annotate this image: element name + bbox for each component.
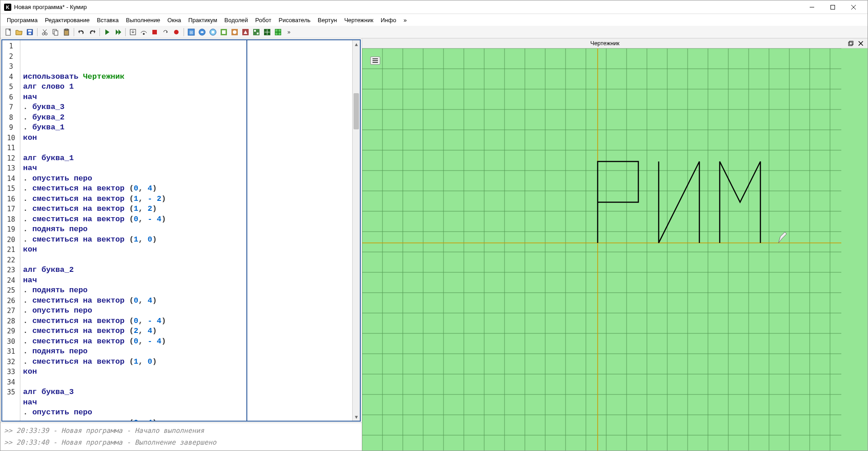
actor7-icon[interactable] <box>251 27 261 37</box>
run-icon[interactable] <box>102 27 112 37</box>
svg-point-24 <box>212 31 214 33</box>
code-line[interactable]: нач <box>23 163 349 174</box>
svg-point-19 <box>174 30 179 34</box>
step-out-icon[interactable] <box>160 27 170 37</box>
step-into-icon[interactable] <box>128 27 138 37</box>
scroll-up-arrow[interactable]: ▴ <box>353 40 360 48</box>
line-number: 11 <box>2 143 20 153</box>
paste-icon[interactable] <box>61 27 71 37</box>
menu-item-6[interactable]: Водолей <box>221 15 251 25</box>
more-icon[interactable]: » <box>284 27 294 37</box>
code-line[interactable]: . поднять перо <box>23 347 349 357</box>
line-number: 14 <box>2 174 20 184</box>
menu-item-11[interactable]: Инфо <box>377 15 400 25</box>
svg-point-8 <box>42 33 45 35</box>
menu-item-1[interactable]: Редактирование <box>41 15 93 25</box>
line-number: 25 <box>2 285 20 296</box>
menu-item-0[interactable]: Программа <box>3 15 41 25</box>
actor1-icon[interactable]: ⊞ <box>186 27 196 37</box>
run-step-icon[interactable] <box>113 27 123 37</box>
code-line[interactable]: нач <box>23 92 349 103</box>
menu-item-7[interactable]: Робот <box>252 15 275 25</box>
line-number: 30 <box>2 337 20 347</box>
code-line[interactable]: . сместиться на вектор (2, 4) <box>23 326 349 337</box>
menu-item-12[interactable]: » <box>400 15 410 25</box>
drawing-canvas[interactable] <box>362 48 868 451</box>
code-line[interactable] <box>23 143 349 153</box>
code-line[interactable]: . поднять перо <box>23 224 349 235</box>
line-number: 27 <box>2 306 20 316</box>
scroll-down-arrow[interactable]: ▾ <box>353 413 360 421</box>
svg-rect-43 <box>849 41 853 45</box>
code-editor[interactable]: 1234567891011121314151617181920212223242… <box>1 39 361 422</box>
stop-icon[interactable] <box>150 27 160 37</box>
panel-detach-button[interactable] <box>847 39 855 47</box>
open-file-icon[interactable] <box>14 27 24 37</box>
cut-icon[interactable] <box>40 27 50 37</box>
menu-item-10[interactable]: Чертежник <box>340 15 377 25</box>
output-console[interactable]: >> 20:33:39 - Новая программа - Начало в… <box>0 423 362 451</box>
code-line[interactable]: . сместиться на вектор (0, 4) <box>23 296 349 306</box>
copy-icon[interactable] <box>51 27 61 37</box>
code-line[interactable]: . буква_1 <box>23 123 349 133</box>
svg-point-9 <box>45 33 47 35</box>
close-button[interactable] <box>843 0 864 14</box>
menu-item-4[interactable]: Окна <box>164 15 184 25</box>
menu-item-5[interactable]: Практикум <box>184 15 221 25</box>
code-line[interactable]: . сместиться на вектор (1, 0) <box>23 235 349 245</box>
code-line[interactable] <box>23 255 349 266</box>
menu-item-3[interactable]: Выполнение <box>122 15 164 25</box>
window-title: Новая программа* - Кумир <box>14 4 802 10</box>
scroll-track[interactable] <box>353 48 360 413</box>
menu-item-8[interactable]: Рисователь <box>275 15 314 25</box>
code-line[interactable]: . сместиться на вектор (1, 0) <box>23 357 349 367</box>
toolbar-separator <box>184 28 184 36</box>
code-line[interactable]: алг буква_3 <box>23 387 349 398</box>
code-line[interactable]: . буква_2 <box>23 113 349 123</box>
actor9-icon[interactable] <box>273 27 283 37</box>
new-file-icon[interactable] <box>3 27 13 37</box>
code-line[interactable]: кон <box>23 133 349 143</box>
code-line[interactable]: . сместиться на вектор (0, - 4) <box>23 316 349 327</box>
scroll-thumb[interactable] <box>354 93 359 129</box>
code-line[interactable]: . сместиться на вектор (0, - 4) <box>23 337 349 347</box>
breakpoint-icon[interactable] <box>171 27 181 37</box>
actor5-icon[interactable] <box>230 27 240 37</box>
actor6-icon[interactable] <box>241 27 250 37</box>
code-line[interactable] <box>23 377 349 388</box>
actor8-icon[interactable] <box>262 27 272 37</box>
code-line[interactable]: . сместиться на вектор (0, 4) <box>23 184 349 194</box>
code-line[interactable]: . опустить перо <box>23 174 349 184</box>
code-line[interactable]: . сместиться на вектор (0, - 4) <box>23 214 349 225</box>
actor2-icon[interactable] <box>197 27 207 37</box>
code-line[interactable]: . поднять перо <box>23 285 349 296</box>
code-area[interactable]: использовать Чертежникалг слово 1нач. бу… <box>20 40 352 421</box>
code-line[interactable]: . сместиться на вектор (0, 4) <box>23 418 349 421</box>
actor3-icon[interactable] <box>208 27 218 37</box>
minimize-button[interactable] <box>802 0 822 14</box>
code-line[interactable]: . опустить перо <box>23 306 349 316</box>
save-icon[interactable] <box>25 27 35 37</box>
code-line[interactable]: . опустить перо <box>23 408 349 418</box>
code-line[interactable]: нач <box>23 398 349 408</box>
code-line[interactable]: алг слово 1 <box>23 82 349 92</box>
step-over-icon[interactable] <box>139 27 149 37</box>
menu-item-9[interactable]: Вертун <box>314 15 341 25</box>
panel-close-button[interactable] <box>857 39 865 47</box>
code-line[interactable]: нач <box>23 275 349 286</box>
code-line[interactable]: кон <box>23 367 349 377</box>
canvas-menu-button[interactable] <box>370 57 380 65</box>
code-line[interactable]: . буква_3 <box>23 102 349 113</box>
code-line[interactable]: алг буква_1 <box>23 153 349 164</box>
redo-icon[interactable] <box>87 27 97 37</box>
code-line[interactable]: . сместиться на вектор (1, 2) <box>23 204 349 214</box>
code-line[interactable]: . сместиться на вектор (1, - 2) <box>23 194 349 204</box>
undo-icon[interactable] <box>76 27 86 37</box>
code-line[interactable]: кон <box>23 245 349 255</box>
vertical-scrollbar[interactable]: ▴ ▾ <box>352 40 360 421</box>
maximize-button[interactable] <box>822 0 843 14</box>
menu-item-2[interactable]: Вставка <box>93 15 122 25</box>
actor4-icon[interactable] <box>219 27 229 37</box>
code-line[interactable]: использовать Чертежник <box>23 72 349 82</box>
code-line[interactable]: алг буква_2 <box>23 265 349 275</box>
